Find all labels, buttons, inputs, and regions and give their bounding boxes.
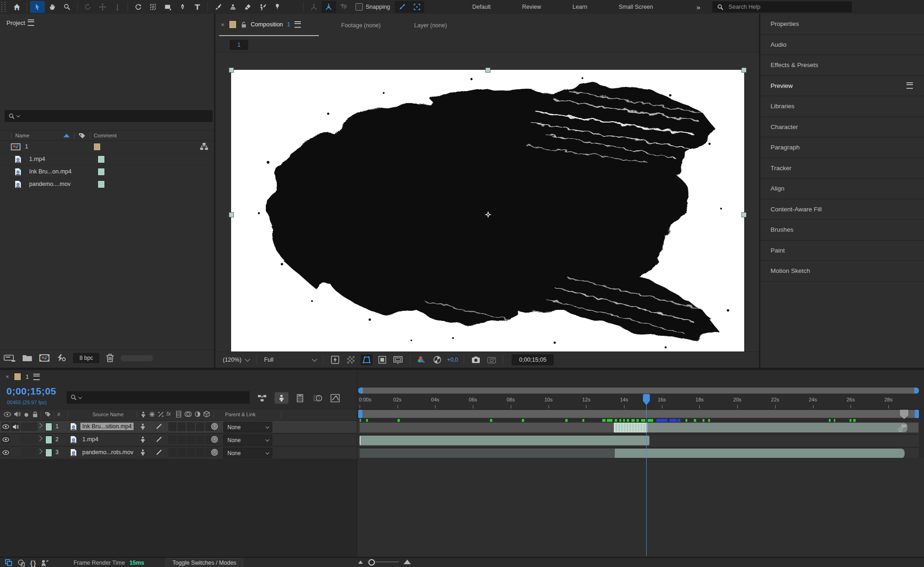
layer-expander-chevron[interactable] bbox=[37, 423, 42, 428]
layer-row[interactable]: 1 Ink Bru...sition.mp4 None bbox=[0, 421, 357, 434]
layer-duration-bar[interactable] bbox=[615, 449, 905, 458]
layer-source-name[interactable]: pandemo...rots.mov bbox=[80, 449, 135, 456]
column-name[interactable]: Name bbox=[15, 133, 30, 138]
search-options-chevron[interactable] bbox=[16, 113, 20, 117]
workspace-tab[interactable]: Review bbox=[506, 0, 557, 13]
composition-flowchart-icon[interactable] bbox=[255, 392, 269, 404]
tab-layer[interactable]: Layer (none) bbox=[414, 22, 447, 29]
project-item-name[interactable]: pandemo....mov bbox=[29, 181, 88, 187]
pan-behind-anchor-tool[interactable] bbox=[146, 1, 160, 13]
panel-tab-row[interactable]: Tracker bbox=[760, 158, 924, 179]
panel-menu-icon[interactable] bbox=[906, 82, 913, 89]
navigator-end-handle[interactable] bbox=[914, 388, 919, 394]
parent-link-dropdown[interactable]: None bbox=[223, 435, 272, 445]
channel-rgb-icon[interactable] bbox=[416, 354, 428, 365]
layer-lock-toggle[interactable] bbox=[29, 448, 37, 457]
selection-handle[interactable] bbox=[741, 68, 747, 73]
shy-layers-toggle-icon[interactable] bbox=[275, 392, 288, 404]
label-color-swatch[interactable] bbox=[93, 143, 101, 151]
layer-shy-switch[interactable] bbox=[140, 449, 146, 456]
layer-shy-switch[interactable] bbox=[140, 423, 146, 430]
brush-tool[interactable] bbox=[211, 1, 226, 13]
layer-duration-bar[interactable] bbox=[360, 436, 649, 445]
close-tab-icon[interactable]: × bbox=[6, 373, 9, 380]
layer-source-name[interactable]: 1.mp4 bbox=[80, 436, 100, 443]
orbit-camera-tool[interactable] bbox=[80, 1, 95, 13]
tab-composition[interactable]: × Composition 1 bbox=[221, 20, 301, 29]
new-composition-icon[interactable] bbox=[39, 354, 50, 362]
panel-tab-row[interactable]: Paint bbox=[760, 240, 924, 261]
home-button[interactable] bbox=[9, 1, 24, 13]
frame-blending-icon[interactable] bbox=[293, 392, 307, 404]
timeline-tab[interactable]: × 1 bbox=[6, 373, 40, 381]
zoom-out-icon[interactable] bbox=[358, 561, 363, 564]
project-item-row[interactable]: 1.mp4 bbox=[0, 153, 214, 166]
panel-tab-row[interactable]: Content-Aware Fill bbox=[760, 199, 924, 220]
rotation-tool[interactable] bbox=[131, 1, 146, 13]
label-color-swatch[interactable] bbox=[98, 155, 105, 163]
workspace-tab[interactable]: Small Screen bbox=[603, 0, 668, 13]
panel-tab-row[interactable]: Align bbox=[760, 179, 924, 199]
magnification-dropdown[interactable]: (120%) bbox=[221, 357, 251, 363]
comp-marker-button[interactable] bbox=[899, 409, 909, 420]
layer-duration-bar[interactable] bbox=[647, 423, 907, 432]
composition-tab-label[interactable]: Composition bbox=[251, 21, 283, 28]
pan-camera-tool[interactable] bbox=[95, 1, 110, 13]
panel-tab-row[interactable]: Preview bbox=[760, 76, 924, 97]
sort-ascending-icon[interactable] bbox=[63, 133, 70, 138]
type-tool[interactable] bbox=[190, 1, 205, 13]
work-area-bar[interactable] bbox=[358, 410, 919, 418]
workspace-overflow-chevrons[interactable]: » bbox=[697, 3, 700, 11]
snapping-checkbox[interactable] bbox=[355, 3, 363, 11]
panel-tab-row[interactable]: Character bbox=[760, 117, 924, 138]
selection-handle[interactable] bbox=[741, 212, 747, 217]
layer-quality-switch[interactable] bbox=[155, 449, 163, 456]
world-axis-mode[interactable] bbox=[321, 1, 336, 13]
work-area-start-handle[interactable] bbox=[358, 410, 362, 418]
fast-previews-icon[interactable] bbox=[329, 354, 341, 365]
panel-tab-row[interactable]: Audio bbox=[760, 35, 924, 55]
column-number[interactable]: # bbox=[57, 412, 60, 417]
composition-frame[interactable] bbox=[231, 70, 744, 359]
timeline-label-swatch[interactable] bbox=[14, 373, 21, 381]
panel-divider[interactable] bbox=[0, 368, 924, 370]
timeline-zoom-slider[interactable] bbox=[367, 561, 399, 562]
toggle-switches-modes-button[interactable]: Toggle Switches / Modes bbox=[165, 558, 243, 567]
navigator-start-handle[interactable] bbox=[358, 388, 363, 394]
layer-source-name[interactable]: Ink Bru...sition.mp4 bbox=[80, 423, 134, 430]
panel-grip[interactable] bbox=[1, 2, 7, 12]
eraser-tool[interactable] bbox=[240, 1, 255, 13]
zoom-tool[interactable] bbox=[60, 1, 74, 13]
layer-duration-bar[interactable] bbox=[360, 449, 615, 458]
parent-pickwhip-icon[interactable] bbox=[211, 436, 218, 443]
layer-expander-chevron[interactable] bbox=[37, 436, 42, 441]
composition-tab-number[interactable]: 1 bbox=[287, 21, 290, 28]
viewer-menu-icon[interactable] bbox=[294, 21, 301, 28]
layer-expander-chevron[interactable] bbox=[37, 449, 42, 454]
puppet-pin-tool[interactable] bbox=[270, 1, 285, 13]
layer-visibility-toggle[interactable] bbox=[1, 422, 10, 431]
project-search-field[interactable] bbox=[5, 110, 213, 122]
layer-lock-toggle[interactable] bbox=[29, 435, 37, 444]
search-options-chevron[interactable] bbox=[78, 395, 82, 399]
viewer-timecode[interactable]: 0;00;15;05 bbox=[512, 354, 554, 365]
column-source-name[interactable]: Source Name bbox=[92, 412, 123, 417]
project-panel-menu-icon[interactable] bbox=[28, 19, 34, 26]
resolution-dropdown[interactable]: Full bbox=[262, 357, 318, 363]
timeline-navigator-bar[interactable] bbox=[358, 388, 919, 394]
local-axis-mode[interactable] bbox=[306, 1, 321, 13]
rectangle-shape-tool[interactable] bbox=[160, 1, 175, 13]
snap-bounding-box-toggle[interactable] bbox=[410, 1, 424, 13]
project-settings-icon[interactable] bbox=[56, 353, 67, 363]
marker-bin-icon[interactable] bbox=[897, 424, 908, 433]
column-comment[interactable]: Comment bbox=[94, 133, 117, 138]
label-color-swatch[interactable] bbox=[98, 180, 105, 188]
layer-visibility-toggle[interactable] bbox=[1, 448, 10, 457]
dolly-camera-tool[interactable] bbox=[110, 1, 125, 13]
layer-lock-toggle[interactable] bbox=[29, 422, 37, 431]
hand-tool[interactable] bbox=[45, 1, 60, 13]
layer-visibility-toggle[interactable] bbox=[1, 435, 10, 444]
selection-tool[interactable] bbox=[30, 1, 45, 13]
selection-handle[interactable] bbox=[229, 212, 234, 217]
panel-tab-row[interactable]: Properties bbox=[760, 14, 924, 35]
